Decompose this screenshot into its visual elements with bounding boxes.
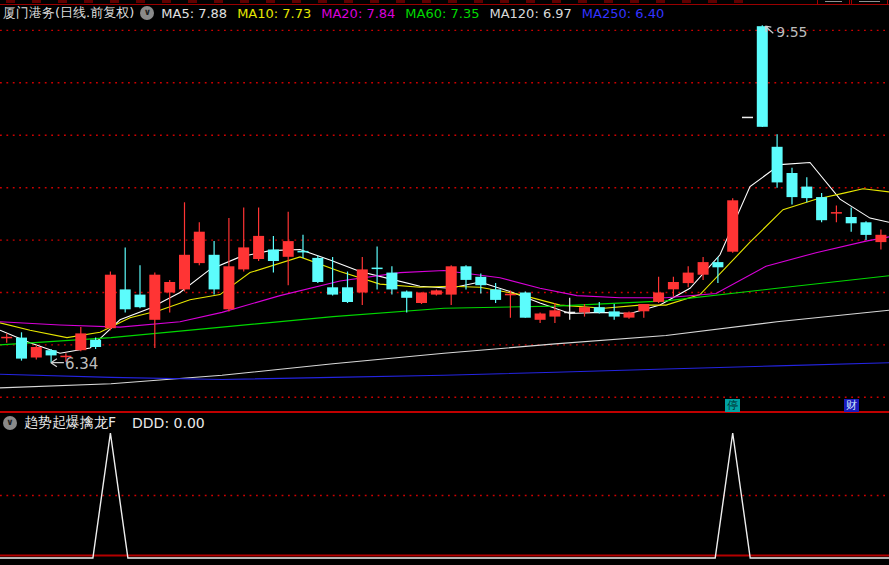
candle[interactable] bbox=[683, 273, 694, 284]
window-button[interactable] bbox=[817, 0, 850, 5]
price-gridlines bbox=[0, 30, 889, 397]
candle[interactable] bbox=[698, 262, 709, 275]
candle[interactable] bbox=[742, 117, 753, 119]
ma-lines bbox=[0, 163, 889, 388]
price-annotations: 9.556.34 bbox=[51, 24, 808, 373]
candle[interactable] bbox=[75, 333, 86, 350]
candle[interactable] bbox=[757, 26, 768, 127]
ma250-line bbox=[0, 363, 889, 380]
clipped-toolbar-text bbox=[6, 0, 746, 3]
candle[interactable] bbox=[609, 311, 620, 316]
candle[interactable] bbox=[401, 292, 412, 298]
ma60-value: MA60: 7.35 bbox=[405, 6, 479, 21]
ma20-value: MA20: 7.84 bbox=[321, 6, 395, 21]
chevron-down-icon[interactable]: ∨ bbox=[140, 6, 154, 20]
candle[interactable] bbox=[594, 307, 605, 312]
chevron-down-icon[interactable]: ∨ bbox=[3, 416, 17, 430]
candle[interactable] bbox=[357, 269, 368, 292]
candle[interactable] bbox=[461, 266, 472, 280]
candle[interactable] bbox=[712, 262, 723, 267]
sub-panel-header: ∨ 趋势起爆擒龙F DDD: 0.00 bbox=[3, 414, 205, 432]
candles bbox=[1, 25, 886, 363]
candle[interactable] bbox=[268, 250, 279, 262]
candle[interactable] bbox=[135, 295, 146, 308]
window-button[interactable] bbox=[851, 0, 888, 5]
candle[interactable] bbox=[1, 337, 12, 339]
candle[interactable] bbox=[283, 241, 294, 257]
candle[interactable] bbox=[624, 312, 635, 317]
ma10-value: MA10: 7.73 bbox=[237, 6, 311, 21]
stock-title: 厦门港务(日线.前复权) bbox=[3, 4, 134, 22]
candle[interactable] bbox=[727, 200, 738, 251]
candle[interactable] bbox=[475, 277, 486, 285]
ma10-line bbox=[0, 189, 889, 338]
maximize-icon bbox=[859, 1, 880, 2]
candle[interactable] bbox=[816, 197, 827, 220]
candle[interactable] bbox=[298, 251, 309, 253]
candle[interactable] bbox=[787, 173, 798, 197]
candle[interactable] bbox=[120, 289, 131, 309]
ma20-line bbox=[0, 237, 889, 327]
candle[interactable] bbox=[223, 266, 234, 309]
candle[interactable] bbox=[194, 232, 205, 263]
candle[interactable] bbox=[416, 293, 427, 304]
finance-marker-badge[interactable]: 财 bbox=[844, 399, 859, 412]
app-window: 厦门港务(日线.前复权) ∨ MA5: 7.88 MA10: 7.73 MA20… bbox=[0, 0, 889, 565]
candle[interactable] bbox=[105, 275, 116, 329]
low-price-label: 6.34 bbox=[65, 355, 98, 373]
indicator-name: 趋势起爆擒龙F bbox=[24, 414, 116, 432]
candle[interactable] bbox=[209, 255, 220, 290]
high-price-label: 9.55 bbox=[776, 24, 807, 40]
candle[interactable] bbox=[653, 293, 664, 302]
candle[interactable] bbox=[801, 187, 812, 199]
candle[interactable] bbox=[46, 350, 57, 355]
indicator-value: DDD: 0.00 bbox=[132, 415, 205, 431]
candle[interactable] bbox=[164, 282, 175, 293]
ma120-value: MA120: 6.97 bbox=[489, 6, 571, 21]
candle[interactable] bbox=[564, 312, 575, 314]
candle[interactable] bbox=[861, 222, 872, 235]
ma250-value: MA250: 6.40 bbox=[582, 6, 664, 21]
candle[interactable] bbox=[253, 236, 264, 259]
main-chart-header: 厦门港务(日线.前复权) ∨ MA5: 7.88 MA10: 7.73 MA20… bbox=[3, 4, 674, 22]
ma120-line bbox=[0, 310, 889, 388]
candle[interactable] bbox=[446, 266, 457, 294]
candle[interactable] bbox=[372, 268, 383, 270]
candle[interactable] bbox=[772, 147, 783, 183]
candle[interactable] bbox=[238, 247, 249, 269]
candle[interactable] bbox=[312, 258, 323, 282]
candle[interactable] bbox=[520, 293, 531, 318]
candle[interactable] bbox=[668, 282, 679, 289]
candle[interactable] bbox=[535, 314, 546, 320]
candlestick-chart[interactable]: 9.556.34 bbox=[0, 21, 889, 412]
stop-marker-badge[interactable]: 停 bbox=[725, 399, 740, 412]
candle[interactable] bbox=[342, 287, 353, 302]
candle[interactable] bbox=[505, 294, 516, 296]
candle[interactable] bbox=[846, 217, 857, 223]
indicator-chart[interactable] bbox=[0, 413, 889, 565]
candle[interactable] bbox=[638, 304, 649, 311]
candle[interactable] bbox=[831, 212, 842, 214]
candle[interactable] bbox=[490, 289, 501, 300]
minimize-icon bbox=[825, 1, 842, 2]
candle[interactable] bbox=[579, 307, 590, 312]
candle[interactable] bbox=[875, 235, 886, 242]
candle[interactable] bbox=[149, 275, 160, 320]
candle[interactable] bbox=[327, 287, 338, 294]
ma5-value: MA5: 7.88 bbox=[161, 6, 227, 21]
candle[interactable] bbox=[16, 338, 27, 359]
candle[interactable] bbox=[549, 310, 560, 316]
candle[interactable] bbox=[386, 273, 397, 290]
candle[interactable] bbox=[90, 340, 101, 347]
candle[interactable] bbox=[179, 255, 190, 290]
candle[interactable] bbox=[431, 290, 442, 294]
candle[interactable] bbox=[31, 347, 42, 358]
